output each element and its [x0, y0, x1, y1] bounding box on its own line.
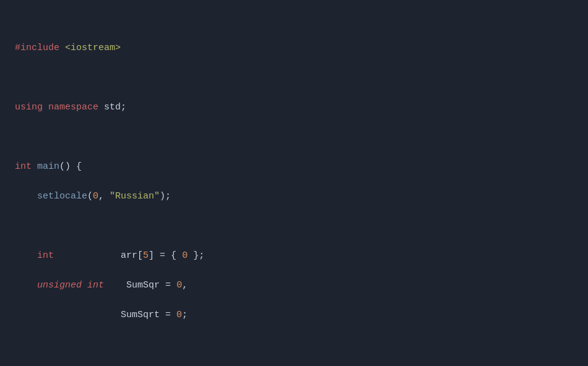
line-7 — [15, 219, 573, 234]
line-1: #include <iostream> — [15, 41, 573, 56]
code-editor: #include <iostream> using namespace std;… — [15, 11, 573, 366]
line-5: int main() { — [15, 160, 573, 174]
line-3: using namespace std; — [15, 100, 573, 115]
line-8: int arr[5] = { 0 }; — [15, 249, 573, 263]
line-11 — [15, 338, 573, 352]
line-4 — [15, 130, 573, 145]
line-10: SumSqrt = 0; — [15, 308, 573, 323]
line-2 — [15, 70, 573, 85]
line-6: setlocale(0, "Russian"); — [15, 189, 573, 204]
line-9: unsigned int SumSqr = 0, — [15, 278, 573, 293]
